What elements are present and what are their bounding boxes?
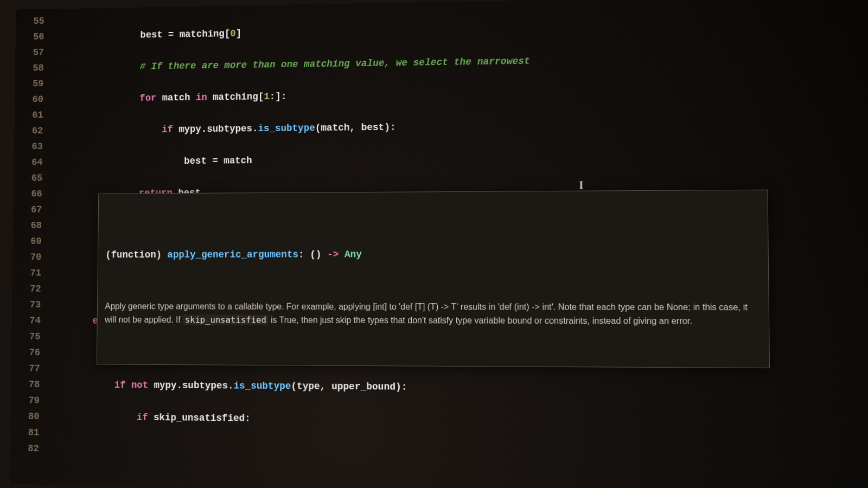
line-number: 79 [11,392,40,408]
tooltip-doc: Apply generic type arguments to a callab… [105,300,761,328]
hover-tooltip: I (function) apply_generic_arguments: ()… [97,190,770,368]
line-number: 58 [15,60,44,76]
line-number: 75 [11,329,41,345]
line-number: 64 [14,155,42,170]
code-line[interactable]: # If there are more than one matching va… [51,48,868,75]
line-number: 76 [11,344,41,361]
line-number: 74 [12,313,41,329]
line-number: 72 [12,281,41,297]
line-number-gutter: 55 56 57 58 59 60 61 62 63 64 65 66 67 6… [10,13,52,488]
code-line[interactable]: if not mypy.subtypes.is_subtype(type, up… [47,376,868,399]
code-line[interactable]: for match in matching[1:]: [50,81,868,107]
line-number: 57 [15,44,44,61]
code-line[interactable]: best = matching[0] [51,15,868,44]
line-number: 69 [12,233,41,249]
code-line[interactable]: if skip_unsatisfied: [47,408,868,432]
line-number: 81 [10,424,40,440]
line-number: 70 [12,249,41,265]
line-number: 55 [16,13,44,29]
code-area[interactable]: best = matching[0] # If there are more t… [39,0,868,488]
code-line[interactable] [46,441,868,466]
line-number: 65 [14,170,42,186]
line-number: 71 [12,265,41,281]
line-number: 78 [11,376,40,393]
text-cursor-icon: I [579,177,583,193]
line-number: 68 [13,217,42,233]
code-line[interactable] [46,473,868,488]
line-number: 80 [10,408,40,425]
line-number: 61 [15,107,43,124]
code-line[interactable]: best = match [50,147,868,170]
line-number: 56 [16,29,44,45]
line-number: 66 [14,186,42,202]
code-line[interactable]: if mypy.subtypes.is_subtype(match, best)… [50,114,868,138]
line-number: 59 [15,76,43,92]
code-editor[interactable]: 55 56 57 58 59 60 61 62 63 64 65 66 67 6… [10,0,868,488]
line-number: 67 [13,202,42,217]
tooltip-signature: (function) apply_generic_arguments: () -… [105,246,760,263]
line-number: 77 [11,361,40,377]
line-number: 73 [12,297,41,312]
line-number: 63 [14,139,43,155]
line-number: 62 [14,123,43,139]
line-number: 60 [15,92,43,108]
line-number: 82 [10,440,39,457]
